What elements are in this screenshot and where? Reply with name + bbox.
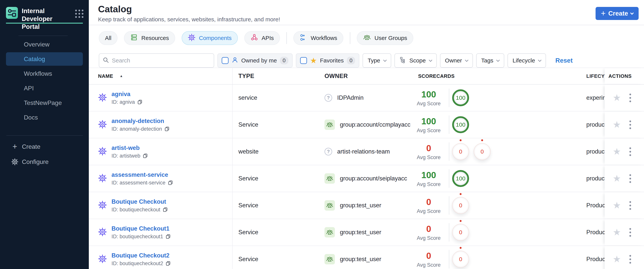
avg-score-value: 0	[413, 224, 444, 234]
scorecard-ring[interactable]: 100	[452, 116, 469, 133]
tab-divider	[350, 32, 350, 44]
filter-bar: Owned by me 0 ★ Favorites 0 Type	[99, 53, 573, 68]
component-name-link[interactable]: Boutique Checkout1	[112, 225, 169, 232]
sidebar-configure-button[interactable]: Configure	[6, 155, 83, 169]
scorecard-rings: 100	[452, 89, 469, 106]
copy-icon[interactable]	[166, 234, 171, 239]
favorite-star-icon[interactable]: ★	[613, 147, 621, 156]
scorecard-ring[interactable]: 0	[452, 143, 469, 160]
component-name-link[interactable]: assessment-service	[112, 171, 168, 178]
favorite-star-icon[interactable]: ★	[613, 255, 621, 264]
actions-cell: ★	[604, 165, 644, 192]
tab-user-groups[interactable]: User Groups	[357, 31, 413, 45]
column-header-scorecards[interactable]: SCORECARDS	[408, 73, 567, 79]
create-button[interactable]: + Create	[596, 7, 638, 20]
type-dropdown[interactable]: Type	[362, 53, 391, 68]
copy-icon[interactable]	[163, 207, 168, 212]
table-body: agniva ID: agniva service ?	[89, 84, 644, 269]
kebab-menu-icon[interactable]	[628, 173, 632, 184]
copy-icon[interactable]	[166, 261, 171, 266]
kebab-menu-icon[interactable]	[628, 119, 632, 130]
favorites-filter[interactable]: ★ Favorites 0	[296, 53, 360, 68]
scorecards-cell: 100 Avg Score 100	[408, 89, 567, 107]
reset-filters-link[interactable]: Reset	[556, 57, 573, 64]
component-gear-icon	[98, 120, 107, 129]
column-header-name[interactable]: NAME ▲	[89, 68, 232, 84]
owned-by-me-checkbox[interactable]	[222, 57, 228, 64]
scorecard-ring[interactable]: 0	[452, 224, 469, 241]
column-header-owner[interactable]: OWNER	[317, 73, 408, 79]
sidebar-item-docs[interactable]: Docs	[6, 111, 83, 124]
avg-score-value: 100	[413, 116, 444, 126]
sidebar-configure-label: Configure	[22, 158, 49, 165]
table-row: anomaly-detection ID: anomaly-detection …	[89, 111, 644, 138]
favorite-star-icon[interactable]: ★	[613, 93, 621, 102]
scorecard-ring[interactable]: 0	[452, 197, 469, 214]
avg-score-value: 0	[413, 251, 444, 261]
dropdown-label: Lifecycle	[512, 57, 535, 64]
column-header-type[interactable]: TYPE	[232, 73, 317, 79]
search-input[interactable]	[112, 57, 210, 64]
column-header-lifecycle[interactable]: LIFECYCLE	[567, 68, 604, 84]
tab-workflows[interactable]: Workflows	[293, 31, 343, 45]
avg-score-label: Avg Score	[413, 128, 444, 134]
column-header-actions: ACTIONS	[604, 68, 644, 84]
owner-name: group:test_user	[340, 229, 381, 236]
owner-group-icon	[324, 227, 335, 238]
favorites-checkbox[interactable]	[300, 57, 307, 64]
tab-components[interactable]: Components	[182, 31, 238, 45]
search-icon	[103, 57, 109, 64]
component-name-link[interactable]: Boutique Checkout2	[112, 252, 169, 259]
divider	[449, 89, 449, 107]
favorite-star-icon[interactable]: ★	[613, 174, 621, 183]
component-name-link[interactable]: artist-web	[112, 145, 140, 151]
favorite-star-icon[interactable]: ★	[613, 201, 621, 210]
favorite-star-icon[interactable]: ★	[613, 228, 621, 237]
tags-dropdown[interactable]: Tags	[476, 53, 504, 68]
scope-dropdown[interactable]: Scope	[394, 53, 437, 68]
copy-icon[interactable]	[168, 180, 173, 185]
copy-icon[interactable]	[164, 126, 170, 132]
kebab-menu-icon[interactable]	[628, 227, 632, 238]
scorecard-ring[interactable]: 0	[452, 251, 469, 268]
component-name-link[interactable]: Boutique Checkout	[112, 198, 166, 205]
sidebar-item-api[interactable]: API	[6, 81, 83, 95]
avg-score-value: 100	[413, 170, 444, 180]
sidebar-item-testnewpage[interactable]: TestNewPage	[6, 96, 83, 109]
search-box[interactable]	[99, 53, 214, 68]
sidebar-item-catalog[interactable]: Catalog	[6, 52, 83, 66]
owner-dropdown[interactable]: Owner	[440, 53, 473, 68]
app-window: Internal Developer Portal Overview Catal…	[0, 0, 644, 269]
tab-resources[interactable]: Resources	[124, 31, 175, 45]
scorecard-ring[interactable]: 0	[474, 143, 490, 160]
scorecard-ring[interactable]: 100	[452, 89, 469, 106]
favorite-star-icon[interactable]: ★	[613, 120, 621, 129]
component-name-link[interactable]: agniva	[112, 91, 130, 97]
kebab-menu-icon[interactable]	[628, 254, 632, 265]
owner-cell: ? group:test_user	[317, 227, 408, 238]
create-button-label: Create	[608, 10, 628, 17]
dropdown-label: Owner	[445, 57, 462, 64]
kebab-menu-icon[interactable]	[628, 92, 632, 103]
apps-grid-icon[interactable]	[75, 9, 84, 18]
sidebar-item-workflows[interactable]: Workflows	[6, 67, 83, 80]
copy-icon[interactable]	[143, 153, 148, 159]
name-block: anomaly-detection ID: anomaly-detection	[112, 118, 170, 132]
tab-all[interactable]: All	[99, 31, 118, 45]
actions-cell: ★	[604, 219, 644, 246]
lifecycle-dropdown[interactable]: Lifecycle	[508, 53, 546, 68]
sidebar-item-overview[interactable]: Overview	[6, 38, 83, 51]
sidebar-accent-line	[6, 23, 83, 24]
component-name-link[interactable]: anomaly-detection	[112, 118, 164, 124]
page-header: Catalog Keep track of applications, serv…	[89, 0, 644, 25]
sort-ascending-icon: ▲	[120, 74, 123, 78]
copy-icon[interactable]	[137, 99, 143, 105]
tab-apis[interactable]: APIs	[244, 31, 280, 45]
kebab-menu-icon[interactable]	[628, 200, 632, 211]
scorecard-ring[interactable]: 100	[452, 170, 469, 187]
kebab-menu-icon[interactable]	[628, 146, 632, 157]
actions-cell: ★	[604, 246, 644, 269]
page-subtitle: Keep track of applications, services, we…	[98, 16, 280, 23]
owned-by-me-filter[interactable]: Owned by me 0	[218, 53, 292, 68]
sidebar-create-button[interactable]: + Create	[6, 140, 83, 153]
